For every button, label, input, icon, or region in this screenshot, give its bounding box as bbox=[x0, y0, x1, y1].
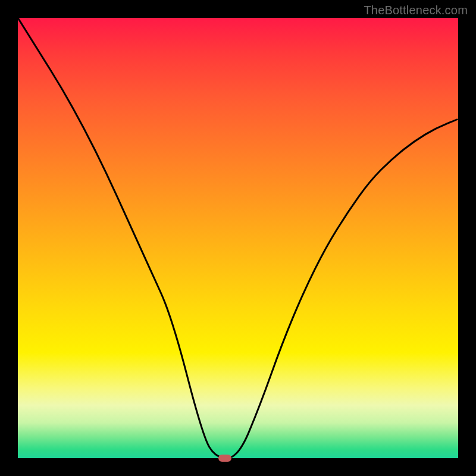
plot-area bbox=[18, 18, 458, 458]
gradient-background bbox=[18, 18, 458, 458]
watermark-text: TheBottleneck.com bbox=[364, 4, 468, 17]
optimum-marker bbox=[218, 455, 231, 462]
chart-container: TheBottleneck.com bbox=[0, 0, 476, 476]
